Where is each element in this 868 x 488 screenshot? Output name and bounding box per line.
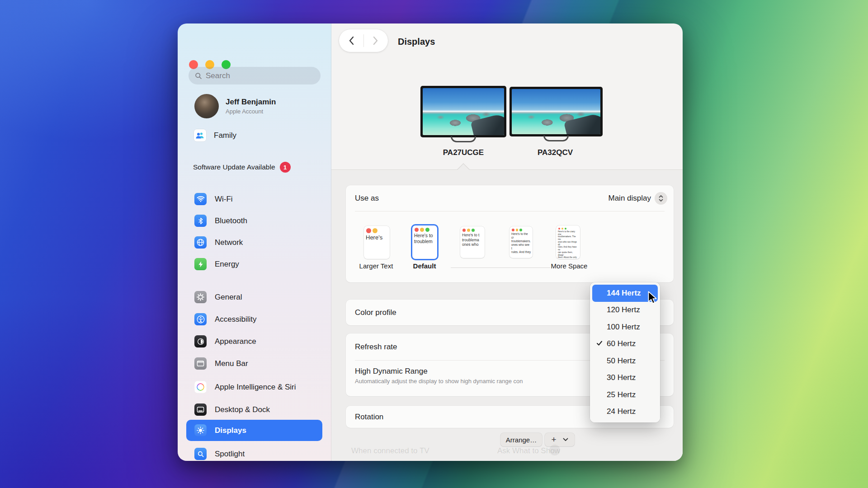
search-icon: [195, 72, 202, 80]
text-size-option-4[interactable]: Here's to the cr troublemakers. ones who…: [509, 226, 533, 258]
add-display-button[interactable]: +: [545, 433, 575, 446]
page-title: Displays: [398, 37, 435, 47]
menu-bar-icon: [194, 357, 207, 370]
sidebar-item-wifi[interactable]: Wi-Fi: [186, 188, 322, 210]
family-icon: [194, 129, 206, 141]
sidebar: Search Jeff Benjamin Apple Account Famil…: [178, 23, 331, 461]
display-name-label: PA27UCGE: [418, 148, 509, 157]
search-input[interactable]: Search: [189, 67, 321, 84]
menu-item-50-hertz[interactable]: 50 Hertz: [592, 352, 658, 370]
checkmark-icon: [596, 340, 603, 346]
menu-item-24-hertz[interactable]: 24 Hertz: [592, 404, 658, 421]
when-connected-to-tv-label: When connected to TV: [351, 446, 429, 455]
back-button[interactable]: [339, 29, 363, 52]
menu-item-60-hertz[interactable]: 60 Hertz: [592, 336, 658, 353]
arrange-button[interactable]: Arrange…: [500, 433, 542, 446]
refresh-rate-label: Refresh rate: [355, 343, 397, 352]
chevron-left-icon: [349, 36, 354, 45]
menu-item-100-hertz[interactable]: 100 Hertz: [592, 319, 658, 336]
plus-icon: +: [551, 435, 556, 445]
displays-icon: [194, 424, 207, 436]
desktop: Search Jeff Benjamin Apple Account Famil…: [0, 0, 868, 488]
appearance-icon: [194, 335, 207, 347]
chevron-up-down-icon: [659, 195, 663, 202]
sidebar-item-energy[interactable]: Energy: [186, 253, 322, 275]
apple-account-row[interactable]: Jeff Benjamin Apple Account: [194, 94, 276, 118]
text-size-track: [451, 267, 550, 268]
bolt-icon: [194, 258, 207, 270]
rotation-label: Rotation: [355, 413, 383, 422]
desktop-dock-icon: [194, 404, 207, 416]
mouse-cursor: [647, 291, 658, 305]
text-size-option-more-space[interactable]: Here's to the crazy one troublemakers. T…: [556, 225, 580, 259]
sidebar-item-apple-intelligence[interactable]: Apple Intelligence & Siri: [186, 376, 322, 398]
color-profile-label: Color profile: [355, 308, 396, 317]
software-update-label: Software Update Available: [193, 163, 275, 171]
globe-icon: [194, 236, 207, 249]
profile-subtitle: Apple Account: [226, 108, 276, 115]
display-thumbnail-pa32qcv[interactable]: [509, 87, 603, 136]
menu-item-25-hertz[interactable]: 25 Hertz: [592, 386, 658, 404]
sidebar-item-network[interactable]: Network: [186, 232, 322, 253]
more-space-label: More Space: [542, 262, 596, 270]
avatar: [194, 94, 219, 118]
sidebar-item-general[interactable]: General: [186, 286, 322, 308]
update-count-badge: 1: [280, 162, 291, 173]
sidebar-item-accessibility[interactable]: Accessibility: [186, 309, 322, 330]
sidebar-item-displays[interactable]: Displays: [186, 420, 322, 441]
profile-name: Jeff Benjamin: [226, 98, 276, 107]
nav-buttons: [339, 29, 388, 52]
display-wallpaper-preview: [512, 89, 600, 134]
apple-intelligence-icon: [194, 381, 207, 393]
spotlight-icon: [194, 448, 207, 460]
chevron-down-icon: [563, 438, 568, 441]
sidebar-item-spotlight[interactable]: Spotlight: [186, 443, 322, 461]
larger-text-label: Larger Text: [349, 262, 403, 270]
search-placeholder: Search: [206, 71, 230, 80]
sidebar-item-desktop-dock[interactable]: Desktop & Dock: [186, 399, 322, 420]
chevron-right-icon: [373, 36, 378, 45]
sidebar-item-bluetooth[interactable]: Bluetooth: [186, 210, 322, 231]
display-thumbnail-pa27ucge[interactable]: [420, 86, 506, 137]
use-as-value: Main display: [609, 194, 651, 203]
menu-item-30-hertz[interactable]: 30 Hertz: [592, 370, 658, 387]
sidebar-item-appearance[interactable]: Appearance: [186, 331, 322, 352]
sidebar-item-family[interactable]: Family: [194, 129, 236, 141]
accessibility-icon: [194, 313, 207, 325]
wifi-icon: [194, 193, 207, 205]
family-label: Family: [214, 131, 236, 140]
gear-icon: [194, 291, 207, 303]
default-label: Default: [397, 262, 452, 270]
use-as-dropdown[interactable]: [655, 192, 667, 205]
sidebar-item-menu-bar[interactable]: Menu Bar: [186, 353, 322, 374]
text-size-option-larger-text[interactable]: Here's: [364, 226, 390, 259]
sidebar-item-software-update[interactable]: Software Update Available 1: [193, 162, 291, 173]
use-as-label: Use as: [355, 194, 379, 203]
forward-button[interactable]: [364, 29, 388, 52]
display-wallpaper-preview: [423, 88, 504, 135]
text-size-option-3[interactable]: Here's to t troublema ones who: [460, 226, 485, 258]
faded-stepper: [549, 445, 560, 455]
text-size-option-default[interactable]: Here's to troublem: [412, 225, 437, 259]
display-name-label: PA32QCV: [510, 148, 600, 157]
bluetooth-icon: [194, 215, 207, 227]
